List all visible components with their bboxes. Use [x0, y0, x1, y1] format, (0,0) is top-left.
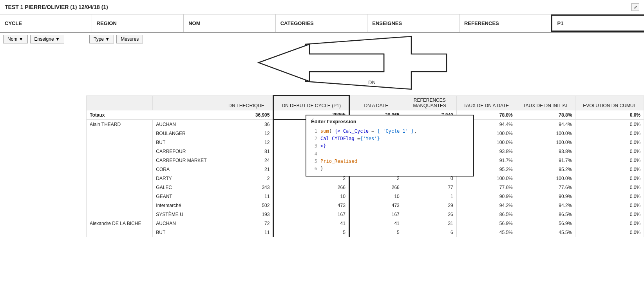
right-toolbar-btn[interactable]: Mesures — [116, 35, 143, 43]
cell-taux_dn_date: 45.5% — [456, 228, 516, 237]
table-row: Alexandre DE LA BICHEAUCHAN7241413156.9%… — [87, 219, 644, 228]
col-enseigne-header — [153, 96, 220, 110]
person-name — [87, 228, 153, 237]
cell-taux_dn_initial: 95.2% — [516, 165, 575, 174]
cell-taux_dn_initial: 91.7% — [516, 156, 575, 165]
cell-dn_theorique: 81 — [220, 147, 273, 156]
expression-line: 5Prio_Realised — [311, 158, 473, 165]
maximize-button[interactable]: ⤢ — [631, 3, 639, 11]
cell-ref_manquantes: 1 — [403, 192, 456, 201]
cell-dn_debut: 10 — [273, 192, 349, 201]
enseigne-cell: BOULANGER — [153, 129, 220, 138]
cell-dn_a_date: 266 — [349, 183, 403, 192]
person-name — [87, 165, 153, 174]
person-name: Alexandre DE LA BICHE — [87, 219, 153, 228]
cell-evol_dn: 0.0% — [575, 174, 644, 183]
enseigne-cell: AUCHAN — [153, 219, 220, 228]
expression-line: 3>} — [311, 142, 473, 150]
col-header-taux_dn_date: TAUX DE DN A DATE — [456, 96, 516, 110]
cell-taux_dn_initial: 77.6% — [516, 183, 575, 192]
cell-taux_dn_initial: 94.2% — [516, 201, 575, 210]
col-header-taux_dn_initial: TAUX DE DN INITIAL — [516, 96, 575, 110]
cell-dn_a_date: 10 — [349, 192, 403, 201]
cell-dn_theorique: 21 — [220, 165, 273, 174]
person-name — [87, 201, 153, 210]
cell-evol_dn: 0.0% — [575, 219, 644, 228]
cell-taux_dn_initial: 86.5% — [516, 210, 575, 219]
filter-item-cycle[interactable]: CYCLE — [0, 14, 92, 32]
expression-editor[interactable]: Éditer l'expression 1sum( {< Cal_Cycle =… — [306, 115, 474, 177]
enseigne-cell: DARTY — [153, 174, 220, 183]
expression-line: 2 Cal_CYTDFlag ={'Yes'} — [311, 135, 473, 142]
cell-dn_theorique: 12 — [220, 138, 273, 147]
filter-item-references[interactable]: REFERENCES — [459, 14, 552, 32]
expression-line: 6 ) — [311, 165, 473, 173]
svg-marker-2 — [259, 44, 384, 81]
cell-ref_manquantes: 26 — [403, 210, 456, 219]
cell-taux_dn_initial: 100.0% — [516, 138, 575, 147]
cell-dn_theorique: 72 — [220, 219, 273, 228]
cell-dn_theorique: 12 — [220, 129, 273, 138]
cell-taux_dn_date: 94.2% — [456, 201, 516, 210]
person-name — [87, 129, 153, 138]
enseigne-cell: GALEC — [153, 183, 220, 192]
cell-dn_debut: 473 — [273, 201, 349, 210]
cell-taux_dn_initial: 94.4% — [516, 120, 575, 129]
table-row: Intermarché5024734732994.2%94.2%0.0% — [87, 201, 644, 210]
cell-ref_manquantes: 6 — [403, 228, 456, 237]
cell-taux_dn_date: 77.6% — [456, 183, 516, 192]
person-name: Alain THEARD — [87, 120, 153, 129]
enseigne-cell: GEANT — [153, 192, 220, 201]
cell-taux_dn_initial: 90.9% — [516, 192, 575, 201]
totals-dn_theorique: 36,905 — [220, 110, 273, 120]
cell-dn_a_date: 167 — [349, 210, 403, 219]
cell-dn_theorique: 343 — [220, 183, 273, 192]
right-toolbar: Type ▼Mesures — [86, 32, 644, 46]
cell-dn_debut: 266 — [273, 183, 349, 192]
cell-dn_debut: 41 — [273, 219, 349, 228]
cell-ref_manquantes: 77 — [403, 183, 456, 192]
cell-dn_theorique: 502 — [220, 201, 273, 210]
cell-evol_dn: 0.0% — [575, 129, 644, 138]
expression-code: 1sum( {< Cal_Cycle = { 'Cycle 1' },2 Cal… — [306, 126, 473, 176]
svg-text:DN: DN — [368, 79, 376, 85]
right-toolbar-btn[interactable]: Type ▼ — [89, 35, 114, 43]
col-header-ref_manquantes: REFERENCESMANQUANTES — [403, 96, 456, 110]
totals-evol_dn: 0.0% — [575, 110, 644, 120]
cell-evol_dn: 0.0% — [575, 228, 644, 237]
filter-item-p1[interactable]: P1 — [551, 14, 644, 32]
left-toolbar-btn[interactable]: Nom ▼ — [3, 35, 28, 43]
cell-dn_theorique: 193 — [220, 210, 273, 219]
enseigne-cell: BUT — [153, 228, 220, 237]
cell-dn_debut: 167 — [273, 210, 349, 219]
cell-dn_theorique: 11 — [220, 192, 273, 201]
cell-taux_dn_initial: 100.0% — [516, 174, 575, 183]
cell-taux_dn_date: 56.9% — [456, 219, 516, 228]
cell-evol_dn: 0.0% — [575, 147, 644, 156]
enseigne-cell: CARREFOUR — [153, 147, 220, 156]
enseigne-cell: SYSTÈME U — [153, 210, 220, 219]
cell-evol_dn: 0.0% — [575, 192, 644, 201]
cell-dn_a_date: 41 — [349, 219, 403, 228]
col-name-header — [87, 96, 153, 110]
expression-title: Éditer l'expression — [306, 115, 473, 126]
cell-taux_dn_date: 90.9% — [456, 192, 516, 201]
person-name — [87, 147, 153, 156]
cell-taux_dn_date: 86.5% — [456, 210, 516, 219]
person-name — [87, 174, 153, 183]
filter-item-region[interactable]: REGION — [92, 14, 184, 32]
cell-dn_a_date: 5 — [349, 228, 403, 237]
enseigne-cell: CARREFOUR MARKET — [153, 156, 220, 165]
col-header-dn_debut: DN DEBUT DE CYCLE (P1) — [273, 96, 349, 110]
cell-taux_dn_initial: 56.9% — [516, 219, 575, 228]
cell-evol_dn: 0.0% — [575, 210, 644, 219]
person-name — [87, 156, 153, 165]
filter-item-enseignes[interactable]: ENSEIGNES — [367, 14, 459, 32]
filter-item-categories[interactable]: CATEGORIES — [276, 14, 368, 32]
left-toolbar-btn[interactable]: Enseigne ▼ — [30, 35, 64, 43]
filter-item-nom[interactable]: NOM — [184, 14, 276, 32]
person-name — [87, 210, 153, 219]
cell-taux_dn_initial: 100.0% — [516, 129, 575, 138]
cell-dn_theorique: 24 — [220, 156, 273, 165]
col-header-dn_theorique: DN THEORIQUE — [220, 96, 273, 110]
